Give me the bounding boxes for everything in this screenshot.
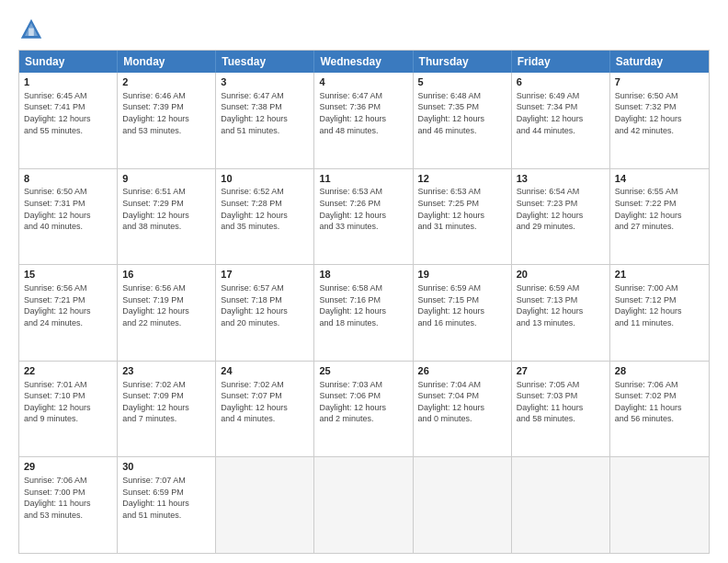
cal-cell: 27Sunrise: 7:05 AM Sunset: 7:03 PM Dayli… <box>512 362 610 457</box>
cal-cell: 4Sunrise: 6:47 AM Sunset: 7:36 PM Daylig… <box>314 73 413 168</box>
cal-cell: 3Sunrise: 6:47 AM Sunset: 7:38 PM Daylig… <box>216 73 314 168</box>
cal-cell: 11Sunrise: 6:53 AM Sunset: 7:26 PM Dayli… <box>314 169 413 265</box>
cal-header-cell: Saturday <box>610 51 709 73</box>
cal-header-cell: Wednesday <box>314 51 413 73</box>
cal-cell <box>216 457 314 553</box>
header <box>18 17 710 42</box>
cal-cell <box>414 457 512 553</box>
cal-cell <box>512 457 610 553</box>
cal-cell: 19Sunrise: 6:59 AM Sunset: 7:15 PM Dayli… <box>414 265 512 361</box>
cal-cell: 20Sunrise: 6:59 AM Sunset: 7:13 PM Dayli… <box>512 265 610 361</box>
cal-header-cell: Thursday <box>414 51 512 73</box>
cal-cell <box>610 457 709 553</box>
cal-row: 8Sunrise: 6:50 AM Sunset: 7:31 PM Daylig… <box>19 168 709 265</box>
cal-cell: 7Sunrise: 6:50 AM Sunset: 7:32 PM Daylig… <box>610 73 709 168</box>
cal-cell: 24Sunrise: 7:02 AM Sunset: 7:07 PM Dayli… <box>216 362 314 457</box>
cal-row: 22Sunrise: 7:01 AM Sunset: 7:10 PM Dayli… <box>19 361 709 457</box>
cal-cell: 22Sunrise: 7:01 AM Sunset: 7:10 PM Dayli… <box>19 362 118 457</box>
cal-header-cell: Friday <box>512 51 610 73</box>
cal-row: 15Sunrise: 6:56 AM Sunset: 7:21 PM Dayli… <box>19 264 709 361</box>
cal-cell: 30Sunrise: 7:07 AM Sunset: 6:59 PM Dayli… <box>118 457 216 553</box>
cal-cell: 29Sunrise: 7:06 AM Sunset: 7:00 PM Dayli… <box>19 457 118 553</box>
calendar-header: SundayMondayTuesdayWednesdayThursdayFrid… <box>19 51 709 73</box>
cal-cell: 10Sunrise: 6:52 AM Sunset: 7:28 PM Dayli… <box>216 169 314 265</box>
cal-cell: 8Sunrise: 6:50 AM Sunset: 7:31 PM Daylig… <box>19 169 118 265</box>
cal-cell: 12Sunrise: 6:53 AM Sunset: 7:25 PM Dayli… <box>414 169 512 265</box>
cal-row: 29Sunrise: 7:06 AM Sunset: 7:00 PM Dayli… <box>19 456 709 553</box>
cal-cell: 25Sunrise: 7:03 AM Sunset: 7:06 PM Dayli… <box>314 362 413 457</box>
cal-cell: 18Sunrise: 6:58 AM Sunset: 7:16 PM Dayli… <box>314 265 413 361</box>
cal-cell: 2Sunrise: 6:46 AM Sunset: 7:39 PM Daylig… <box>118 73 216 168</box>
cal-cell: 23Sunrise: 7:02 AM Sunset: 7:09 PM Dayli… <box>118 362 216 457</box>
logo <box>18 17 48 42</box>
cal-cell <box>314 457 413 553</box>
cal-cell: 6Sunrise: 6:49 AM Sunset: 7:34 PM Daylig… <box>512 73 610 168</box>
cal-cell: 28Sunrise: 7:06 AM Sunset: 7:02 PM Dayli… <box>610 362 709 457</box>
cal-cell: 14Sunrise: 6:55 AM Sunset: 7:22 PM Dayli… <box>610 169 709 265</box>
cal-row: 1Sunrise: 6:45 AM Sunset: 7:41 PM Daylig… <box>19 73 709 168</box>
logo-icon <box>18 17 44 42</box>
page: SundayMondayTuesdayWednesdayThursdayFrid… <box>0 0 728 563</box>
cal-cell: 1Sunrise: 6:45 AM Sunset: 7:41 PM Daylig… <box>19 73 118 168</box>
cal-cell: 16Sunrise: 6:56 AM Sunset: 7:19 PM Dayli… <box>118 265 216 361</box>
cal-header-cell: Tuesday <box>216 51 314 73</box>
calendar-body: 1Sunrise: 6:45 AM Sunset: 7:41 PM Daylig… <box>19 73 709 553</box>
cal-cell: 15Sunrise: 6:56 AM Sunset: 7:21 PM Dayli… <box>19 265 118 361</box>
cal-cell: 26Sunrise: 7:04 AM Sunset: 7:04 PM Dayli… <box>414 362 512 457</box>
cal-cell: 5Sunrise: 6:48 AM Sunset: 7:35 PM Daylig… <box>414 73 512 168</box>
cal-cell: 9Sunrise: 6:51 AM Sunset: 7:29 PM Daylig… <box>118 169 216 265</box>
svg-rect-2 <box>28 29 34 36</box>
cal-cell: 21Sunrise: 7:00 AM Sunset: 7:12 PM Dayli… <box>610 265 709 361</box>
cal-header-cell: Monday <box>118 51 216 73</box>
cal-cell: 17Sunrise: 6:57 AM Sunset: 7:18 PM Dayli… <box>216 265 314 361</box>
calendar: SundayMondayTuesdayWednesdayThursdayFrid… <box>18 50 710 554</box>
cal-header-cell: Sunday <box>19 51 118 73</box>
cal-cell: 13Sunrise: 6:54 AM Sunset: 7:23 PM Dayli… <box>512 169 610 265</box>
